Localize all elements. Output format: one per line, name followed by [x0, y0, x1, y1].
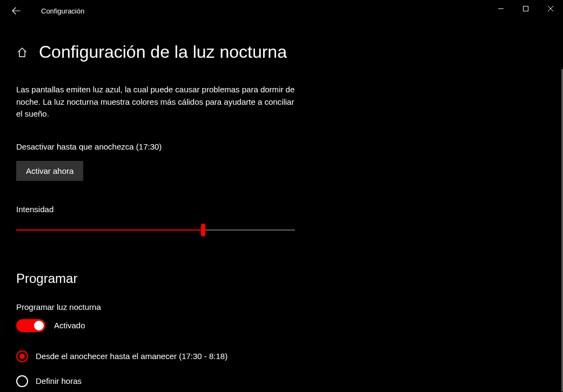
close-button[interactable]	[538, 0, 563, 17]
maximize-icon	[523, 6, 528, 11]
slider-thumb[interactable]	[201, 224, 205, 236]
radio-button[interactable]	[16, 350, 28, 362]
back-button[interactable]	[9, 3, 24, 18]
status-line: Desactivar hasta que anochezca (17:30)	[16, 142, 308, 151]
arrow-left-icon	[12, 6, 21, 15]
slider-fill	[16, 229, 203, 231]
svg-rect-0	[524, 6, 528, 11]
window-title: Configuración	[41, 7, 84, 15]
schedule-heading: Programar	[16, 271, 308, 286]
schedule-toggle[interactable]	[16, 319, 45, 332]
radio-option-sunset-sunrise[interactable]: Desde el anochecer hasta el amanecer (17…	[16, 350, 308, 362]
content-area: Configuración de la luz nocturna Las pan…	[0, 22, 324, 392]
schedule-toggle-label: Programar luz nocturna	[16, 302, 308, 312]
activate-now-button[interactable]: Activar ahora	[16, 161, 83, 181]
intensity-slider[interactable]	[16, 224, 295, 236]
home-button[interactable]	[16, 46, 28, 58]
page-title: Configuración de la luz nocturna	[39, 42, 287, 62]
toggle-knob	[34, 321, 44, 330]
titlebar: Configuración	[0, 0, 563, 22]
minimize-icon	[498, 6, 504, 11]
home-icon	[17, 47, 28, 58]
page-header: Configuración de la luz nocturna	[16, 42, 308, 62]
toggle-state-text: Activado	[54, 321, 85, 330]
close-icon	[548, 6, 553, 11]
schedule-toggle-row: Activado	[16, 319, 308, 332]
radio-button[interactable]	[16, 375, 28, 387]
radio-label: Definir horas	[36, 376, 82, 386]
window-controls	[488, 0, 563, 17]
radio-option-set-hours[interactable]: Definir horas	[16, 375, 308, 387]
maximize-button[interactable]	[513, 0, 538, 17]
intensity-label: Intensidad	[16, 205, 308, 214]
radio-label: Desde el anochecer hasta el amanecer (17…	[36, 352, 227, 361]
page-description: Las pantallas emiten luz azul, la cual p…	[16, 84, 297, 120]
minimize-button[interactable]	[488, 0, 513, 17]
